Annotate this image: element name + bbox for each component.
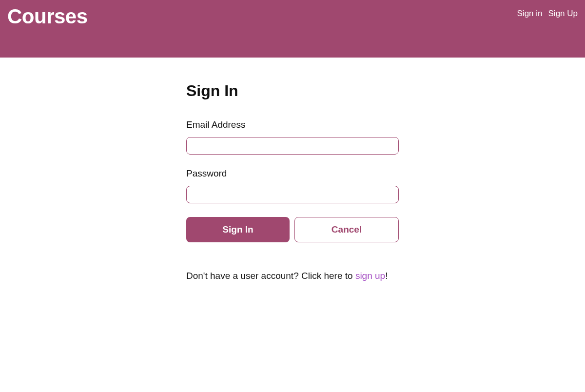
nav-signup-link[interactable]: Sign Up — [548, 9, 578, 19]
header: Courses Sign in Sign Up — [0, 0, 585, 58]
cancel-button[interactable]: Cancel — [294, 217, 399, 242]
password-input[interactable] — [186, 186, 399, 203]
prompt-text-before: Don't have a user account? Click here to — [186, 271, 355, 281]
password-label: Password — [186, 168, 399, 179]
signup-link[interactable]: sign up — [355, 271, 385, 281]
nav-signin-link[interactable]: Sign in — [517, 9, 543, 19]
signin-button[interactable]: Sign In — [186, 217, 290, 242]
main-content: Sign In Email Address Password Sign In C… — [181, 82, 404, 283]
email-group: Email Address — [186, 119, 399, 155]
button-row: Sign In Cancel — [186, 217, 399, 242]
email-input[interactable] — [186, 137, 399, 155]
signin-form: Email Address Password Sign In Cancel — [186, 119, 399, 242]
nav-links: Sign in Sign Up — [517, 5, 578, 19]
signup-prompt: Don't have a user account? Click here to… — [186, 269, 399, 283]
prompt-text-after: ! — [385, 271, 388, 281]
password-group: Password — [186, 168, 399, 203]
page-title: Sign In — [186, 82, 399, 100]
email-label: Email Address — [186, 119, 399, 130]
logo[interactable]: Courses — [7, 5, 88, 28]
